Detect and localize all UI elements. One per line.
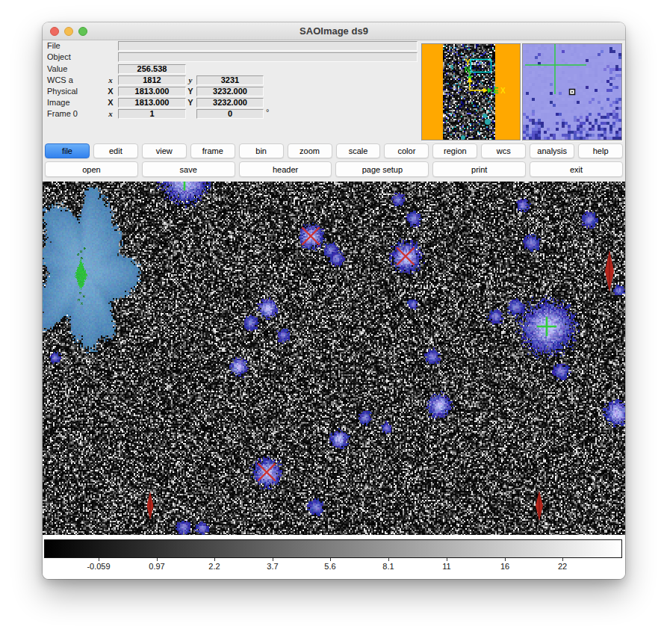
- colorbar-tick-label: -0.059: [87, 562, 110, 571]
- menu-exit[interactable]: exit: [530, 161, 623, 177]
- physical-y-label: Y: [185, 87, 196, 96]
- wcs-x-field[interactable]: 1812: [118, 75, 186, 85]
- wcs-x-label: x: [105, 75, 116, 85]
- colorbar-tick-label: 5.6: [324, 562, 335, 571]
- value-field[interactable]: 256.538: [118, 64, 186, 74]
- frame-rotate-field[interactable]: 0: [196, 109, 264, 119]
- sky-image[interactable]: [43, 182, 625, 535]
- frame-x-label: x: [105, 109, 116, 119]
- titlebar[interactable]: SAOImage ds9: [43, 22, 625, 40]
- colorbar-tick: [388, 558, 389, 561]
- image-y-field[interactable]: 3232.000: [196, 98, 264, 108]
- menu-color[interactable]: color: [384, 143, 429, 158]
- colorbar-gradient[interactable]: [44, 539, 622, 558]
- physical-x-label: X: [105, 87, 116, 96]
- wcs-y-field[interactable]: 3231: [196, 75, 264, 85]
- object-field[interactable]: [118, 52, 418, 62]
- image-x-field[interactable]: 1813.000: [118, 98, 186, 108]
- menu-edit[interactable]: edit: [93, 143, 138, 158]
- frame-zoom-field[interactable]: 1: [118, 109, 186, 119]
- menu-print[interactable]: print: [432, 161, 526, 177]
- colorbar-section: -0.0590.972.23.75.68.1111622: [43, 535, 625, 579]
- menu-save[interactable]: save: [142, 161, 235, 177]
- colorbar-tick: [562, 558, 563, 561]
- magnifier-canvas: [523, 44, 621, 140]
- wcs-y-label: y: [185, 75, 196, 85]
- colorbar-tick: [273, 558, 273, 561]
- image-y-label: Y: [185, 98, 196, 108]
- physical-x-field[interactable]: 1813.000: [118, 87, 186, 96]
- menu-help[interactable]: help: [578, 143, 623, 158]
- physical-label: Physical: [47, 87, 78, 96]
- file-field[interactable]: [118, 41, 418, 51]
- traffic-lights: [50, 27, 87, 36]
- colorbar-tick-label: 22: [558, 562, 567, 571]
- colorbar-tick: [447, 558, 447, 561]
- menu-region[interactable]: region: [432, 143, 477, 158]
- colorbar-tick-label: 2.2: [208, 562, 220, 571]
- colorbar-tick-label: 16: [500, 562, 509, 571]
- object-label: Object: [47, 52, 71, 62]
- close-button[interactable]: [50, 27, 59, 36]
- colorbar-tick: [157, 558, 158, 561]
- physical-y-field[interactable]: 3232.000: [196, 87, 264, 96]
- ds9-window: SAOImage ds9 File Object Value 256.538 W…: [43, 22, 625, 579]
- image-x-label: X: [105, 98, 116, 108]
- menu-frame[interactable]: frame: [190, 143, 235, 158]
- colorbar-tick: [214, 558, 215, 561]
- menu-row-2: opensaveheaderpage setupprintexit: [43, 161, 625, 177]
- menu-zoom[interactable]: zoom: [288, 143, 332, 158]
- menu-file[interactable]: file: [45, 143, 90, 158]
- zoom-button[interactable]: [78, 27, 87, 36]
- menu-view[interactable]: view: [142, 143, 187, 158]
- colorbar-tick: [330, 558, 331, 561]
- file-label: File: [47, 41, 60, 51]
- frame-label: Frame 0: [47, 109, 78, 119]
- info-panel: File Object Value 256.538 WCS a x 1812 y…: [43, 40, 625, 143]
- menu-page-setup[interactable]: page setup: [335, 161, 429, 177]
- menu-wcs[interactable]: wcs: [481, 143, 526, 158]
- colorbar-tick-label: 8.1: [382, 562, 394, 571]
- menu-analysis[interactable]: analysis: [530, 143, 574, 158]
- menu-bin[interactable]: bin: [239, 143, 284, 158]
- colorbar-tick: [505, 558, 506, 561]
- menu-row-1: fileeditviewframebinzoomscalecolorregion…: [43, 143, 625, 158]
- value-label: Value: [47, 64, 67, 74]
- panner-panel: [421, 43, 521, 140]
- panner-canvas[interactable]: [422, 44, 520, 140]
- colorbar-tick: [99, 558, 99, 561]
- colorbar-tick-label: 11: [442, 562, 450, 571]
- degree-symbol: °: [266, 108, 269, 117]
- wcs-label: WCS a: [47, 75, 73, 85]
- colorbar-tick-label: 3.7: [267, 562, 278, 571]
- image-label: Image: [47, 98, 70, 108]
- window-title: SAOImage ds9: [43, 22, 625, 40]
- menu-scale[interactable]: scale: [336, 143, 381, 158]
- minimize-button[interactable]: [64, 27, 73, 36]
- menu-header[interactable]: header: [239, 161, 332, 177]
- colorbar-tick-label: 0.97: [149, 562, 164, 571]
- menu-open[interactable]: open: [45, 161, 138, 177]
- magnifier-panel: [522, 43, 622, 140]
